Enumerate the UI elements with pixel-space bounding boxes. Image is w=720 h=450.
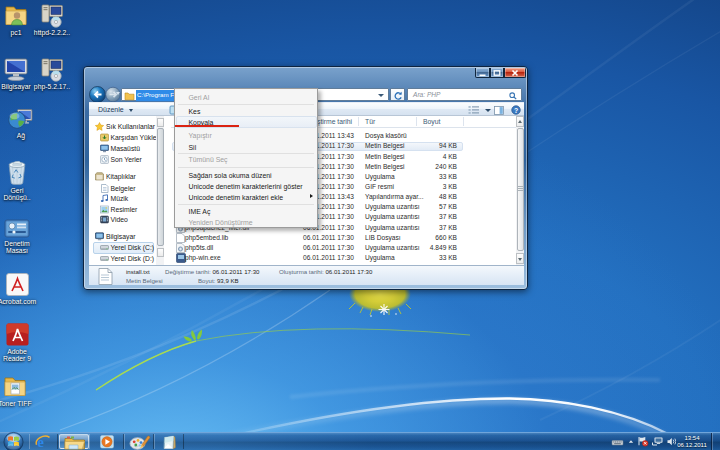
svg-text:?: ? xyxy=(514,107,518,114)
